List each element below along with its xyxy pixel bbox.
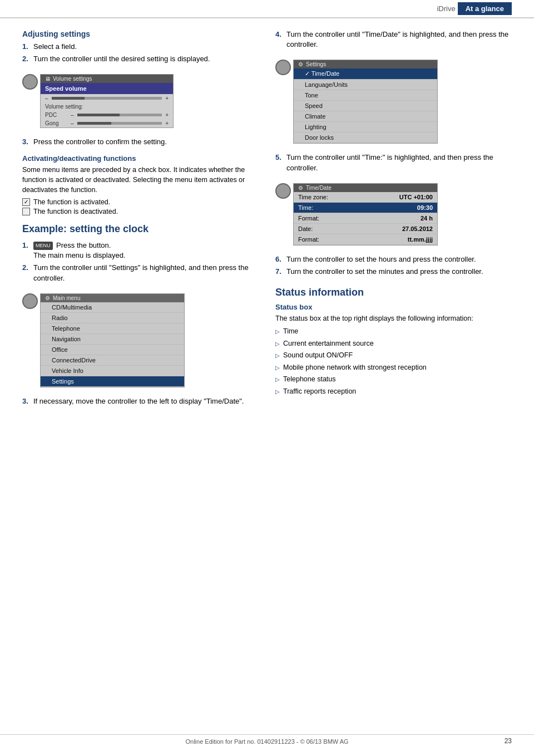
right-step-7: 7. Turn the controller to set the minute… [275, 267, 512, 277]
checked-icon: ✓ [22, 198, 30, 206]
menu-item-radio: Radio [41, 313, 184, 323]
td-date-value: 27.05.2012 [402, 225, 433, 232]
right-step-6: 6. Turn the controller to set the hours … [275, 254, 512, 264]
controller-left-4 [275, 183, 291, 199]
status-item-3-text: Sound output ON/OFF [283, 351, 353, 361]
example-clock-title: Example: setting the clock [22, 223, 259, 235]
clock-steps-list: 1. MENU Press the button.The main menu i… [22, 240, 259, 283]
status-information-title: Status information [275, 287, 512, 298]
controller-left [22, 74, 38, 90]
right-steps-list: 4. Turn the controller until "Time/Date"… [275, 30, 512, 50]
right-step-5-num: 5. [275, 153, 283, 173]
status-item-1-text: Time [283, 327, 298, 337]
timedate-screen-container: ⚙ Time/Date Time zone: UTC +01:00 Time: … [275, 178, 512, 251]
gong-bar [77, 122, 162, 125]
menu-button-icon: MENU [33, 242, 53, 250]
td-timezone-label: Time zone: [298, 194, 399, 200]
td-title-bar: ⚙ Time/Date [294, 184, 437, 192]
settings-title-bar: ⚙ Settings [294, 60, 437, 68]
status-item-2-text: Current entertainment source [283, 339, 374, 349]
settings-item-timedate: ✓ Time/Date [294, 68, 437, 80]
unchecked-icon [22, 208, 30, 215]
clock-step-3-list: 3. If necessary, move the controller to … [22, 396, 259, 406]
checked-row: ✓ The function is activated. [22, 198, 259, 206]
right-step-4: 4. Turn the controller until "Time/Date"… [275, 30, 512, 50]
bullet-icon-2: ▷ [275, 340, 280, 348]
clock-step-2-num: 2. [22, 263, 30, 283]
settings-screen: ⚙ Settings ✓ Time/Date Language/Units To… [293, 60, 438, 144]
step-2-num: 2. [22, 54, 30, 64]
td-timezone-row: Time zone: UTC +01:00 [294, 192, 437, 203]
right-step-5: 5. Turn the controller until "Time:" is … [275, 153, 512, 173]
vol-bar-minus: – + [41, 94, 173, 102]
controller-knob-3 [275, 60, 291, 75]
pdc-row: PDC – + [41, 111, 173, 119]
status-item-1: ▷ Time [275, 327, 512, 337]
header-tab: At a glance [458, 2, 512, 15]
main-menu-screen: ⚙ Main menu CD/Multimedia Radio Telephon… [40, 293, 185, 387]
menu-item-telephone: Telephone [41, 323, 184, 334]
controller-knob-2 [22, 293, 38, 309]
vol-highlighted-row: Speed volume [41, 83, 173, 94]
td-time-row: Time: 09:30 [294, 203, 437, 213]
right-step-4-num: 4. [275, 30, 283, 50]
td-title-text: Time/Date [306, 185, 332, 191]
menu-item-navigation: Navigation [41, 334, 184, 345]
step-1: 1. Select a field. [22, 42, 259, 52]
clock-step-2: 2. Turn the controller until "Settings" … [22, 263, 259, 283]
clock-step-3-num: 3. [22, 396, 30, 406]
vol-subtitle: Volume setting: [41, 102, 173, 111]
controller-left-2 [22, 293, 38, 309]
footer: Online Edition for Part no. 01402911223 … [0, 734, 534, 745]
settings-item-climate: Climate [294, 111, 437, 122]
header-idrive-label: iDrive [437, 4, 455, 13]
bullet-icon-6: ▷ [275, 388, 280, 396]
activating-section: Activating/deactivating functions Some m… [22, 154, 259, 215]
checked-label: The function is activated. [33, 198, 110, 206]
td-time-label: Time: [298, 204, 417, 211]
unchecked-row: The function is deactivated. [22, 208, 259, 215]
activating-para: Some menu items are preceded by a check … [22, 165, 259, 195]
td-timezone-value: UTC +01:00 [399, 194, 433, 200]
td-date-row: Date: 27.05.2012 [294, 224, 437, 234]
status-item-2: ▷ Current entertainment source [275, 339, 512, 349]
adjusting-settings-section: Adjusting settings 1. Select a field. 2.… [22, 30, 259, 148]
settings-title-text: Settings [306, 61, 326, 67]
menu-item-cd: CD/Multimedia [41, 302, 184, 313]
footer-text: Online Edition for Part no. 01402911223 … [185, 738, 348, 745]
step-2: 2. Turn the controller until the desired… [22, 54, 259, 64]
right-step-6-num: 6. [275, 254, 283, 264]
menu-item-connecteddrive: ConnectedDrive [41, 355, 184, 366]
menu-item-settings: Settings [41, 376, 184, 387]
step-3-text: Press the controller to confirm the sett… [33, 137, 167, 147]
td-format1-row: Format: 24 h [294, 213, 437, 224]
right-step-4-text: Turn the controller until "Time/Date" is… [286, 30, 512, 50]
example-clock-section: Example: setting the clock 1. MENU Press… [22, 223, 259, 406]
timedate-screen: ⚙ Time/Date Time zone: UTC +01:00 Time: … [293, 183, 438, 246]
td-format1-value: 24 h [421, 215, 433, 222]
right-step-7-text: Turn the controller to set the minutes a… [286, 267, 483, 277]
right-step-6-text: Turn the controller to set the hours and… [286, 254, 476, 264]
status-box-list: ▷ Time ▷ Current entertainment source ▷ … [275, 327, 512, 396]
td-time-value: 09:30 [417, 204, 433, 211]
volume-screen-container: 🖥 Volume settings Speed volume – + Volum… [22, 68, 259, 134]
pdc-bar [77, 114, 162, 116]
activating-title: Activating/deactivating functions [22, 154, 259, 163]
clock-step-1-text: MENU Press the button.The main menu is d… [33, 240, 125, 261]
status-box-para: The status box at the top right displays… [275, 313, 512, 323]
gong-row: Gong – + [41, 119, 173, 127]
step-2-text: Turn the controller until the desired se… [33, 54, 210, 64]
clock-step-3-text: If necessary, move the controller to the… [33, 396, 244, 406]
settings-screen-container: ⚙ Settings ✓ Time/Date Language/Units To… [275, 54, 512, 149]
gong-label: Gong [45, 120, 67, 126]
settings-item-tone: Tone [294, 90, 437, 101]
status-item-3: ▷ Sound output ON/OFF [275, 351, 512, 361]
status-item-4: ▷ Mobile phone network with strongest re… [275, 363, 512, 373]
status-item-5: ▷ Telephone status [275, 375, 512, 385]
step-3: 3. Press the controller to confirm the s… [22, 137, 259, 147]
status-box-subtitle: Status box [275, 303, 512, 311]
settings-item-language: Language/Units [294, 80, 437, 90]
clock-step-1-num: 1. [22, 240, 30, 261]
pdc-label: PDC [45, 112, 67, 118]
step-3-list: 3. Press the controller to confirm the s… [22, 137, 259, 147]
